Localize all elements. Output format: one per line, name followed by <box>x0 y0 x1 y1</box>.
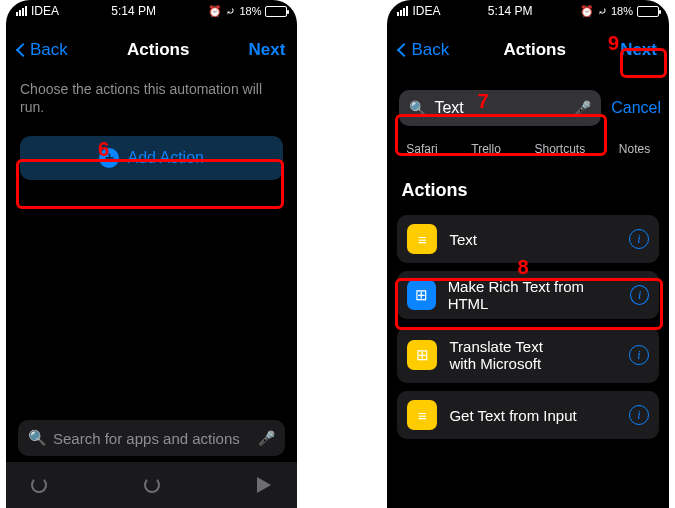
action-label: Text <box>449 231 477 248</box>
cancel-button[interactable]: Cancel <box>611 99 661 117</box>
action-label: Get Text from Input <box>449 407 576 424</box>
back-label: Back <box>30 40 68 60</box>
chevron-left-icon <box>397 43 411 57</box>
battery-icon <box>265 6 287 17</box>
info-icon[interactable]: i <box>629 405 649 425</box>
signal-icon <box>397 6 408 16</box>
page-title: Actions <box>127 40 189 60</box>
search-placeholder: Search for apps and actions <box>53 430 240 447</box>
alarm-icon: ⏰ <box>580 5 594 18</box>
battery-icon <box>637 6 659 17</box>
alarm-icon: ⏰ <box>208 5 222 18</box>
action-label: Translate Text with Microsoft <box>449 338 542 372</box>
play-button[interactable] <box>253 474 275 496</box>
undo-button[interactable] <box>28 474 50 496</box>
page-title: Actions <box>504 40 566 60</box>
navbar: Back Actions Next <box>6 22 297 78</box>
highlight-box-6 <box>16 159 284 209</box>
callout-6: 6 <box>98 138 109 161</box>
back-button[interactable]: Back <box>18 40 68 60</box>
info-icon[interactable]: i <box>629 229 649 249</box>
callout-9: 9 <box>608 32 619 55</box>
rotation-lock-icon: ⤾ <box>598 5 607 18</box>
translate-icon: ⊞ <box>407 340 437 370</box>
carrier-label: IDEA <box>412 4 440 18</box>
callout-7: 7 <box>477 90 488 113</box>
back-label: Back <box>411 40 449 60</box>
app-notes[interactable]: Notes <box>619 142 650 156</box>
action-get-text-from-input[interactable]: ≡ Get Text from Input i <box>397 391 659 439</box>
status-time: 5:14 PM <box>488 4 533 18</box>
next-button[interactable]: Next <box>249 40 286 60</box>
info-icon[interactable]: i <box>629 345 649 365</box>
redo-button[interactable] <box>141 474 163 496</box>
status-time: 5:14 PM <box>111 4 156 18</box>
search-icon: 🔍 <box>28 429 47 447</box>
battery-percent: 18% <box>239 5 261 17</box>
phone-left: IDEA 5:14 PM ⏰ ⤾ 18% Back Actions Next C… <box>6 0 297 508</box>
highlight-box-8 <box>395 278 663 330</box>
text-icon: ≡ <box>407 400 437 430</box>
action-translate-text[interactable]: ⊞ Translate Text with Microsoft i <box>397 327 659 383</box>
actions-section-title: Actions <box>387 170 669 207</box>
mic-icon[interactable]: 🎤 <box>258 430 275 446</box>
back-button[interactable]: Back <box>399 40 449 60</box>
status-bar: IDEA 5:14 PM ⏰ ⤾ 18% <box>6 0 297 22</box>
bottom-bar <box>6 462 297 508</box>
rotation-lock-icon: ⤾ <box>226 5 235 18</box>
signal-icon <box>16 6 27 16</box>
phone-right: IDEA 5:14 PM ⏰ ⤾ 18% Back Actions Next 🔍… <box>387 0 669 508</box>
description-text: Choose the actions this automation will … <box>6 78 297 124</box>
highlight-box-9 <box>620 48 667 78</box>
chevron-left-icon <box>16 43 30 57</box>
status-bar: IDEA 5:14 PM ⏰ ⤾ 18% <box>387 0 669 22</box>
highlight-box-7 <box>395 114 607 156</box>
battery-percent: 18% <box>611 5 633 17</box>
search-input[interactable]: 🔍 Search for apps and actions 🎤 <box>18 420 285 456</box>
carrier-label: IDEA <box>31 4 59 18</box>
callout-8: 8 <box>517 256 528 279</box>
text-icon: ≡ <box>407 224 437 254</box>
